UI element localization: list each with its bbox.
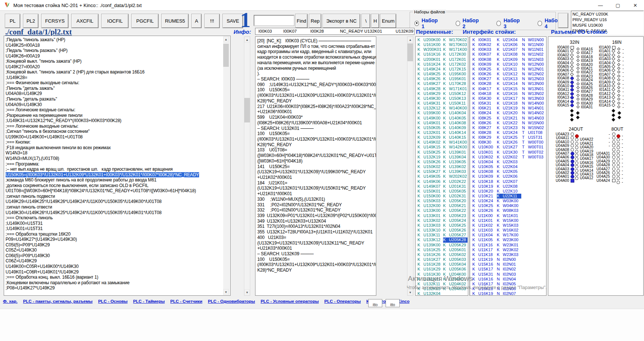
- interface-item[interactable]: KU22K05: [497, 169, 521, 174]
- interface-item[interactable]: KU10K20: [472, 189, 496, 194]
- interface-item[interactable]: KU11K17: [472, 247, 496, 252]
- code-line[interactable]: ;=== Отключить пиноль: [6, 215, 222, 221]
- interface-item[interactable]: NW12N03: [522, 76, 546, 81]
- scroll-down-icon[interactable]: ▼: [223, 289, 229, 295]
- variable-item[interactable]: KU139K02: [443, 164, 468, 169]
- variable-item[interactable]: KW142K00: [443, 145, 468, 150]
- variable-item[interactable]: KU199K00: [417, 111, 442, 115]
- interface-item[interactable]: NI02N02: [497, 267, 521, 272]
- signal-list-item[interactable]: PRIV_READY U16: [572, 17, 642, 23]
- interface-item[interactable]: KW03K00: [497, 199, 521, 203]
- interface-item[interactable]: KU11K01: [472, 218, 496, 223]
- variable-item[interactable]: KW141K00: [443, 140, 468, 145]
- interface-item[interactable]: KU21K27: [497, 145, 521, 150]
- interface-item[interactable]: KU10K00: [472, 145, 496, 150]
- interface-item[interactable]: KU15K17: [472, 267, 496, 272]
- variable-item[interactable]: KU200K01: [417, 57, 442, 62]
- variable-item[interactable]: KU149K06: [417, 179, 442, 184]
- interface-item[interactable]: KU10K01: [472, 150, 496, 155]
- variable-item[interactable]: KU161K24: [417, 62, 442, 67]
- code-line[interactable]: ;Концевики включены параллельно и работа…: [6, 280, 222, 286]
- variable-item[interactable]: KW170K02: [443, 37, 468, 42]
- variables-list[interactable]: KU200K00KU161K00KW200K01KU161K16KU200K01…: [415, 36, 468, 296]
- code-line[interactable]: ;=== Программа:: [6, 161, 222, 167]
- interface-item[interactable]: KI06K21: [472, 106, 496, 111]
- interface-item[interactable]: KU21K30: [497, 150, 521, 155]
- interface-item[interactable]: KU22K06: [497, 174, 521, 179]
- variables-scrollbar[interactable]: ▲ ▼: [407, 36, 413, 296]
- signal-list-item[interactable]: NC_READY U200K: [572, 12, 642, 17]
- variable-item[interactable]: KU133K11: [417, 233, 442, 237]
- interface-item[interactable]: KW16K02: [497, 228, 521, 233]
- tab-itto-1[interactable]: itto: [368, 299, 382, 307]
- radio-icon[interactable]: [538, 21, 542, 26]
- code-line[interactable]: C06Z=U149K29: [6, 258, 222, 264]
- interface-item[interactable]: KU11K02: [472, 223, 496, 228]
- interface-item[interactable]: KU16K16: [472, 277, 496, 282]
- interface-item[interactable]: KW08K03: [497, 208, 521, 213]
- variable-item[interactable]: KU201K31: [443, 184, 468, 189]
- interface-item[interactable]: KU21K15: [497, 86, 521, 91]
- interface-item[interactable]: KU21K26: [497, 140, 521, 145]
- help-link-plc-счетчики[interactable]: PLC - Счетчики: [170, 299, 202, 304]
- variable-item[interactable]: KU132K12: [417, 106, 442, 111]
- toolbar-button-pl[interactable]: PL: [5, 14, 20, 28]
- interface-item[interactable]: KI08K28: [472, 130, 496, 135]
- variable-item[interactable]: KU161K27: [417, 257, 442, 262]
- code-line[interactable]: ;– нет вып.кадра не вращ шп. приостанов …: [6, 167, 222, 172]
- variable-item[interactable]: KU172K00: [443, 52, 468, 57]
- code-line[interactable]: U149K25=I00A18: [6, 43, 222, 48]
- interface-item[interactable]: NI02N04: [497, 277, 521, 282]
- interface-item[interactable]: KU21K21: [497, 116, 521, 121]
- variable-item[interactable]: KU140K04: [443, 111, 468, 115]
- code-line[interactable]: ;=== Логические входные сигналы:: [6, 107, 222, 113]
- interface-item[interactable]: KU21K09: [497, 57, 521, 62]
- variable-item[interactable]: KU150K01: [417, 189, 442, 194]
- interface-item[interactable]: KU22K04: [497, 164, 521, 169]
- interface-item[interactable]: NW13N00: [522, 81, 546, 86]
- code-line[interactable]: ;Сигнал "пиноль в безопасном состоянии": [6, 129, 222, 134]
- interface-item[interactable]: KW15K00: [497, 218, 521, 223]
- variable-item[interactable]: KU149K28: [417, 86, 442, 91]
- export-to-nc-button[interactable]: Экспорт в NC: [323, 14, 360, 28]
- interface-item[interactable]: NW12N00: [522, 62, 546, 67]
- interface-item[interactable]: KI08K26: [472, 121, 496, 125]
- interface-item[interactable]: KU10K24: [472, 199, 496, 203]
- interface-item[interactable]: KW23K00: [497, 237, 521, 242]
- interface-item[interactable]: KU11K19: [472, 257, 496, 262]
- variable-item[interactable]: KU172K01: [443, 57, 468, 62]
- variable-item[interactable]: KU205K20: [443, 199, 468, 203]
- toolbar-button-[interactable]: !!!: [205, 14, 219, 28]
- toolbar-button-pgcfil[interactable]: PGCFIL: [132, 14, 158, 28]
- interface-item[interactable]: KU10K18: [472, 179, 496, 184]
- interface-item[interactable]: NW13N03: [522, 96, 546, 101]
- variable-item[interactable]: KU205K26: [443, 228, 468, 233]
- variable-item[interactable]: KU149K24: [417, 67, 442, 72]
- interface-item[interactable]: KU10K08: [472, 169, 496, 174]
- variable-item[interactable]: KU205K03: [443, 257, 468, 262]
- variable-item[interactable]: KU139K04: [443, 155, 468, 160]
- code-line[interactable]: C05Z=U149K30: [6, 247, 222, 253]
- toolbar-button-fcrsys[interactable]: FCRSYS: [42, 14, 68, 28]
- toolbar-button-a[interactable]: A: [192, 14, 201, 28]
- interface-item[interactable]: KI08K30: [472, 140, 496, 145]
- variable-item[interactable]: KU161K26: [417, 252, 442, 257]
- toolbar-button-pl2[interactable]: PL2: [23, 14, 38, 28]
- interface-item[interactable]: KI05K30: [472, 96, 496, 101]
- interface-item[interactable]: KU10K21: [472, 194, 496, 199]
- interface-item[interactable]: KU21K06: [497, 42, 521, 47]
- variable-item[interactable]: KU200K00: [417, 37, 442, 42]
- interface-item[interactable]: NW13N01: [522, 86, 546, 91]
- variable-item[interactable]: KU140K05: [443, 116, 468, 121]
- interface-item[interactable]: KU21K16: [497, 91, 521, 96]
- variable-item[interactable]: KU161K28: [417, 262, 442, 267]
- code-line[interactable]: ;Разрешение на перемещение пиноли: [6, 113, 222, 118]
- variables-scroll-thumb[interactable]: [407, 43, 413, 61]
- code-line[interactable]: ;Педаль "пиноль зажать" (НР): [6, 37, 222, 43]
- variable-item[interactable]: KU140K09: [443, 125, 468, 130]
- code-line[interactable]: ;=== Физические выходные сигналы:: [6, 80, 222, 86]
- variable-item[interactable]: KU161K00: [417, 42, 442, 47]
- interface-item[interactable]: KW17K00: [497, 233, 521, 237]
- variable-item[interactable]: KW140K00: [443, 106, 468, 111]
- code-line[interactable]: ;Концевой выкл. "пиноль зажата" (НР): [6, 59, 222, 64]
